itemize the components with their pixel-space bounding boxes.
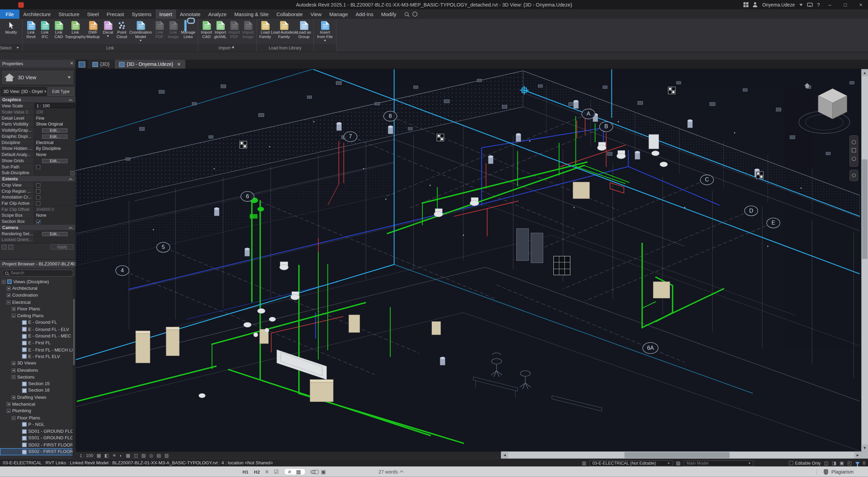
- section-camera[interactable]: Camera: [0, 225, 75, 231]
- tree-item-electrical[interactable]: Electrical: [0, 299, 75, 306]
- close-button[interactable]: ×: [855, 2, 866, 8]
- link-icon[interactable]: [310, 470, 316, 474]
- property-row-view-scale[interactable]: View Scale 1 : 100: [0, 103, 75, 109]
- scroll-up-icon[interactable]: ▲: [861, 69, 868, 76]
- tree-item-view[interactable]: Section 16: [0, 387, 75, 394]
- manage-links-button[interactable]: ManageLinks: [180, 20, 196, 39]
- tab-collaborate[interactable]: Collaborate: [272, 9, 306, 19]
- shadows-icon[interactable]: ◐: [120, 453, 122, 458]
- selection-filter-icon[interactable]: [855, 462, 859, 467]
- select-pinned-icon[interactable]: ◰: [847, 461, 852, 466]
- project-browser-scrollbar[interactable]: [72, 277, 75, 458]
- link-group-label[interactable]: Link: [23, 44, 198, 51]
- property-row-discipline[interactable]: Discipline Electrical: [0, 140, 75, 146]
- tree-item-view[interactable]: SD02 - FIRST FLOOR: [0, 442, 75, 449]
- constraints-icon[interactable]: ▥: [164, 453, 169, 458]
- decal-dropdown-caret-icon[interactable]: [107, 35, 109, 38]
- detail-level-icon[interactable]: ▦: [97, 453, 101, 458]
- dwf-markup-button[interactable]: DWFMarkup: [85, 20, 101, 39]
- tree-item-view[interactable]: E - Ground FL: [0, 319, 75, 326]
- properties-close-icon[interactable]: ✕: [70, 61, 74, 66]
- annotation-crop-checkbox[interactable]: [36, 195, 40, 200]
- scroll-down-icon[interactable]: ▼: [861, 444, 868, 452]
- scroll-right-icon[interactable]: ►: [854, 452, 861, 459]
- crop-region-checkbox[interactable]: [36, 189, 40, 193]
- property-row-far-clip-active[interactable]: Far Clip Active: [0, 200, 75, 206]
- tree-item-views[interactable]: Views (Discipline): [0, 278, 75, 285]
- load-as-group-button[interactable]: Load asGroup: [296, 20, 312, 39]
- table-icon[interactable]: ▦: [296, 469, 301, 474]
- view-cube[interactable]: [799, 83, 849, 133]
- type-selector[interactable]: 3D View: [1, 70, 74, 85]
- tree-item-ceiling-plans[interactable]: Ceiling Plans: [0, 312, 75, 319]
- signed-in-user[interactable]: Onyema.Udeze: [762, 2, 795, 8]
- heading2-button[interactable]: H2: [254, 469, 260, 474]
- tab-manage[interactable]: Manage: [325, 9, 352, 19]
- section-box-checkbox[interactable]: [36, 219, 40, 224]
- project-browser-search[interactable]: [2, 270, 74, 277]
- property-row-parts-visibility[interactable]: Parts Visibility Show Original: [0, 121, 75, 127]
- tree-item-view[interactable]: E - Ground FL - ELV: [0, 326, 75, 333]
- edit-type-button[interactable]: Edit Type: [48, 87, 74, 96]
- tree-item-plumbing[interactable]: Plumbing: [0, 408, 75, 415]
- worksharing-display-icon[interactable]: ▤: [156, 453, 161, 458]
- tree-item-3d-views[interactable]: 3D Views: [0, 360, 75, 367]
- minimize-button[interactable]: –: [824, 2, 835, 8]
- properties-header[interactable]: Properties ✕: [0, 60, 75, 68]
- exclude-options-icon[interactable]: ◫: [824, 461, 829, 466]
- tree-item-sections[interactable]: Sections: [0, 373, 75, 380]
- tab-structure[interactable]: Structure: [55, 9, 83, 19]
- far-clip-active-checkbox[interactable]: [36, 201, 40, 206]
- sun-path-checkbox[interactable]: [36, 165, 40, 169]
- tab-insert[interactable]: Insert: [155, 9, 176, 19]
- design-options-icon[interactable]: ▧: [676, 461, 680, 466]
- tree-item-elevations[interactable]: Elevations: [0, 367, 75, 374]
- tree-item-mechanical[interactable]: Mechanical: [0, 401, 75, 408]
- property-row-default-analysis[interactable]: Default Analy... None: [0, 152, 75, 158]
- vertical-scrollbar[interactable]: ▲ ▼: [861, 69, 868, 452]
- tree-item-view[interactable]: E - First FL ELV: [0, 353, 75, 360]
- horizontal-scrollbar[interactable]: ◄ ►: [501, 452, 861, 459]
- properties-filter-icon[interactable]: [8, 244, 13, 249]
- load-autodesk-family-button[interactable]: Load AutodeskFamily: [272, 20, 296, 39]
- view-tab-3d-onyema[interactable]: {3D - Onyema.Udeze} ✕: [115, 60, 186, 69]
- checklist-icon[interactable]: ☑: [274, 469, 279, 474]
- property-row-detail-level[interactable]: Detail Level Fine: [0, 115, 75, 121]
- image-icon[interactable]: ▣: [321, 469, 326, 474]
- property-row-crop-view[interactable]: Crop View: [0, 182, 75, 188]
- link-cad-button[interactable]: LinkCAD: [52, 20, 66, 39]
- edit-show-grids-button[interactable]: Edit...: [42, 158, 68, 163]
- design-option-dropdown[interactable]: Main Model: [684, 460, 753, 466]
- tab-architecture[interactable]: Architecture: [19, 9, 55, 19]
- temporary-hide-isolate-icon[interactable]: ▧: [141, 453, 146, 458]
- word-count[interactable]: 27 words: [378, 469, 403, 474]
- tree-item-view[interactable]: SS01 - GROUND FLO: [0, 435, 75, 442]
- apps-grid-icon[interactable]: [743, 2, 749, 7]
- view-scale-dropdown[interactable]: 1 : 100: [35, 104, 75, 108]
- load-group-label[interactable]: Load from Library: [257, 44, 314, 51]
- maximize-button[interactable]: □: [840, 2, 851, 8]
- properties-help-icon[interactable]: [2, 244, 7, 249]
- search-icon[interactable]: [404, 12, 408, 16]
- hash-icon[interactable]: #: [288, 469, 291, 474]
- tab-view[interactable]: View: [307, 9, 326, 19]
- property-row-show-grids[interactable]: Show Grids Edit...: [0, 158, 75, 164]
- tab-analyze[interactable]: Analyze: [204, 9, 231, 19]
- crop-view-checkbox[interactable]: [36, 183, 40, 187]
- tree-item-floor-plans[interactable]: Floor Plans: [0, 414, 75, 421]
- type-selector-caret-icon[interactable]: [68, 76, 71, 80]
- edit-in-place-icon[interactable]: ◨: [832, 461, 836, 466]
- search-input[interactable]: [11, 271, 66, 276]
- property-row-sub-discipline[interactable]: Sub-Discipline: [0, 170, 75, 176]
- property-row-visibility-graphics[interactable]: Visibility/Grap... Edit...: [0, 127, 75, 133]
- drawing-area[interactable]: 8 7 6 5 4 A B C D E 6A: [76, 69, 861, 452]
- heading1-button[interactable]: H1: [243, 469, 248, 474]
- tree-item-view[interactable]: E - Ground FL - MEC: [0, 333, 75, 339]
- tab-modify[interactable]: Modify: [377, 9, 400, 19]
- property-row-sun-path[interactable]: Sun Path: [0, 164, 75, 170]
- tree-item-view[interactable]: Section 15: [0, 380, 75, 387]
- view-tab-3d[interactable]: {3D}: [88, 60, 115, 69]
- worksets-icon[interactable]: ▥: [582, 461, 586, 466]
- insert-from-file-button[interactable]: Insertfrom File: [316, 20, 335, 43]
- feedback-icon[interactable]: [807, 3, 812, 7]
